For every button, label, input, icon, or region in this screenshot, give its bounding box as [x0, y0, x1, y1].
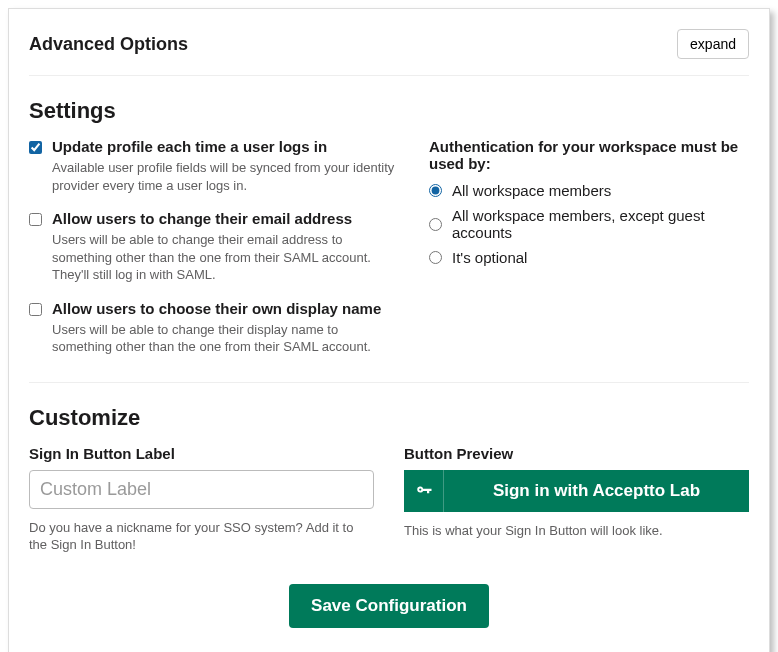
- change-email-desc: Users will be able to change their email…: [52, 231, 399, 284]
- save-configuration-button[interactable]: Save Configuration: [289, 584, 489, 628]
- update-profile-checkbox[interactable]: [29, 141, 42, 154]
- signin-label-helper: Do you have a nickname for your SSO syst…: [29, 519, 374, 554]
- customize-title: Customize: [29, 405, 749, 431]
- key-icon: [404, 470, 444, 512]
- settings-title: Settings: [29, 98, 749, 124]
- advanced-title: Advanced Options: [29, 34, 188, 55]
- auth-label-optional[interactable]: It's optional: [452, 249, 527, 266]
- display-name-desc: Users will be able to change their displ…: [52, 321, 399, 356]
- signin-preview-text: Sign in with Acceptto Lab: [444, 470, 749, 512]
- display-name-label: Allow users to choose their own display …: [52, 300, 399, 317]
- save-row: Save Configuration: [29, 584, 749, 628]
- setting-change-email: Allow users to change their email addres…: [29, 210, 399, 284]
- customize-left: Sign In Button Label Do you have a nickn…: [29, 445, 374, 554]
- setting-display-name: Allow users to choose their own display …: [29, 300, 399, 356]
- auth-radio-except-guest[interactable]: [429, 218, 442, 231]
- divider: [29, 382, 749, 383]
- change-email-label: Allow users to change their email addres…: [52, 210, 399, 227]
- auth-label-all[interactable]: All workspace members: [452, 182, 611, 199]
- customize-right: Button Preview Sign in with Acceptto Lab…: [404, 445, 749, 554]
- update-profile-label: Update profile each time a user logs in: [52, 138, 399, 155]
- settings-left: Update profile each time a user logs in …: [29, 138, 399, 372]
- button-preview-label: Button Preview: [404, 445, 749, 462]
- settings-right: Authentication for your workspace must b…: [429, 138, 749, 372]
- customize-columns: Sign In Button Label Do you have a nickn…: [29, 445, 749, 554]
- change-email-checkbox[interactable]: [29, 213, 42, 226]
- setting-update-profile: Update profile each time a user logs in …: [29, 138, 399, 194]
- expand-button[interactable]: expand: [677, 29, 749, 59]
- settings-columns: Update profile each time a user logs in …: [29, 138, 749, 372]
- advanced-header: Advanced Options expand: [29, 29, 749, 76]
- auth-radio-optional[interactable]: [429, 251, 442, 264]
- auth-label-except-guest[interactable]: All workspace members, except guest acco…: [452, 207, 749, 241]
- signin-label-input[interactable]: [29, 470, 374, 509]
- auth-option-optional: It's optional: [429, 249, 749, 266]
- button-preview-helper: This is what your Sign In Button will lo…: [404, 522, 749, 540]
- advanced-options-panel: Advanced Options expand Settings Update …: [8, 8, 770, 652]
- display-name-checkbox[interactable]: [29, 303, 42, 316]
- auth-radio-all[interactable]: [429, 184, 442, 197]
- signin-preview-button[interactable]: Sign in with Acceptto Lab: [404, 470, 749, 512]
- auth-option-except-guest: All workspace members, except guest acco…: [429, 207, 749, 241]
- auth-option-all: All workspace members: [429, 182, 749, 199]
- auth-heading: Authentication for your workspace must b…: [429, 138, 749, 172]
- update-profile-desc: Available user profile fields will be sy…: [52, 159, 399, 194]
- signin-label-field-label: Sign In Button Label: [29, 445, 374, 462]
